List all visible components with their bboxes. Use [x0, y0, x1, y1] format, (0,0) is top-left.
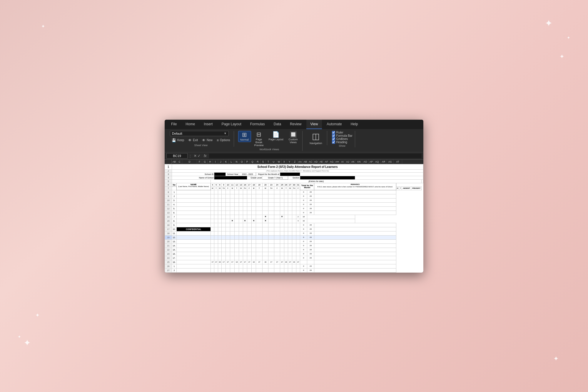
- col-w: W: [276, 160, 282, 164]
- col-ab: AB: [172, 160, 177, 164]
- sparkle-bottom-right: ✦: [553, 355, 559, 363]
- col-aj: AJ: [345, 160, 350, 164]
- col-an: AN: [356, 160, 362, 164]
- gridlines-checkbox[interactable]: [332, 137, 335, 141]
- data-row-16: 16 9. 0 20: [165, 223, 423, 227]
- tab-automate[interactable]: Automate: [323, 120, 346, 129]
- data-row-8: 8 1 0 20: [165, 190, 423, 194]
- school-id-label: School ID: [172, 172, 214, 176]
- headings-checkbox[interactable]: [332, 141, 335, 144]
- normal-view-button[interactable]: ⊞ Normal: [238, 131, 251, 142]
- data-row-20: 20 13. 0 20: [165, 239, 423, 243]
- tab-view[interactable]: View: [306, 120, 322, 129]
- section-value: [300, 176, 355, 179]
- normal-view-icon: ⊞: [242, 132, 247, 138]
- formula-bar-checkbox[interactable]: [332, 134, 335, 137]
- name-box[interactable]: BC19: [166, 153, 188, 159]
- col-k: K: [223, 160, 229, 164]
- x-mark-15-1: ✕: [230, 219, 235, 223]
- col-o: O: [239, 160, 245, 164]
- column-letters: AB C D F G H I J K L N O P Q R S T U W X…: [172, 160, 423, 164]
- ruler-checkbox[interactable]: [332, 131, 335, 134]
- page-break-preview-button[interactable]: ⊟ Page Break Preview: [252, 131, 266, 147]
- tab-page-layout[interactable]: Page Layout: [217, 120, 245, 129]
- tab-review[interactable]: Review: [286, 120, 305, 129]
- col-ad: AD: [313, 160, 319, 164]
- row-num-4: 4: [165, 176, 172, 179]
- col-y: Y: [287, 160, 292, 164]
- no-header: No: [172, 183, 177, 186]
- formula-separator: :: [189, 154, 192, 158]
- x-mark-15-3: ✕: [251, 219, 256, 223]
- navigation-button[interactable]: ◫ Navigation: [307, 131, 325, 145]
- report-month-label: Report for the Month of: [256, 172, 280, 176]
- options-icon: ≡: [217, 138, 219, 142]
- col-d: D: [182, 160, 197, 164]
- sparkle-bottom-left-3: ✦: [18, 334, 21, 339]
- tab-help[interactable]: Help: [347, 120, 362, 129]
- sparkle-top-right: ✦: [545, 18, 553, 29]
- dropdown-arrow-icon: ▼: [224, 132, 227, 135]
- empty-5a: [172, 179, 211, 183]
- exit-button[interactable]: 👁 Exit: [186, 137, 200, 143]
- headings-checkbox-item: Heading: [332, 141, 353, 144]
- col-ar: AR: [380, 160, 387, 164]
- tab-formulas[interactable]: Formulas: [246, 120, 269, 129]
- col-j: J: [218, 160, 223, 164]
- workbook-views-buttons: ⊞ Normal ⊟ Page Break Preview 📄 Page Lay…: [238, 131, 301, 147]
- sparkle-bottom-left-2: ✦: [35, 312, 40, 318]
- formula-bar-checkbox-item: Formula Bar: [332, 134, 353, 137]
- col-aq: AQ: [374, 160, 380, 164]
- custom-views-button[interactable]: 🔲 Custom Views: [286, 131, 300, 144]
- x-mark-15-4: ✕: [263, 219, 268, 223]
- data-row-24: 24 17. 0 20: [165, 256, 423, 260]
- remarks-header: REMARKS If ALS, state reason, please ref…: [314, 183, 396, 190]
- col-h: H: [208, 160, 213, 164]
- col-ao: AO: [362, 160, 369, 164]
- info-row-3: 3 School ID School Year 2022 - 2023 Repo…: [165, 172, 423, 176]
- school-id-value: [214, 172, 226, 176]
- tab-file[interactable]: File: [167, 120, 181, 129]
- col-n: N: [234, 160, 239, 164]
- col-as: AS: [387, 160, 393, 164]
- grade-level-label: Grade Level: [247, 176, 263, 179]
- options-button[interactable]: ≡ Options: [215, 137, 232, 143]
- spreadsheet-table: 1 School Form 2 (SF2) Daily Attendance R…: [165, 164, 423, 273]
- ribbon-tabs: File Home Insert Page Layout Formulas Da…: [165, 120, 423, 129]
- data-row-26: 26 1 0 20: [165, 264, 423, 268]
- data-row-15: 15 8. ✕ ✕ ✕ ✕ 4 16: [165, 219, 423, 223]
- new-button[interactable]: 👁 New: [200, 137, 214, 143]
- data-row-23: 23 16. 0 20: [165, 252, 423, 256]
- formula-input[interactable]: [209, 154, 422, 158]
- header-row-6: 6 No NAME (Last Name, First Name, Middle…: [165, 183, 423, 186]
- absent-sub-header: ABSENT: [402, 186, 411, 190]
- show-group-label: Show: [332, 144, 353, 147]
- data-row-12: 12 5. 0 20: [165, 206, 423, 211]
- page-layout-button[interactable]: 📄 Page Layout: [267, 131, 285, 141]
- keep-button[interactable]: 💾 Keep: [170, 137, 186, 143]
- custom-views-icon: 🔲: [290, 131, 297, 137]
- data-row-18: 18 11. 0 20: [165, 231, 423, 235]
- col-ap: AP: [369, 160, 374, 164]
- name-header: NAME (Last Name, First Name, Middle Name…: [176, 183, 211, 190]
- data-row-11: 11 4. 0 20: [165, 202, 423, 206]
- tab-home[interactable]: Home: [181, 120, 199, 129]
- col-ac: AC: [308, 160, 313, 164]
- col-x: X: [282, 160, 287, 164]
- row-num-1: 1: [165, 164, 172, 169]
- tab-data[interactable]: Data: [270, 120, 285, 129]
- col-l: L: [229, 160, 234, 164]
- col-g: G: [202, 160, 208, 164]
- title-cell: School Form 2 (SF2) Daily Attendance Rep…: [172, 164, 423, 169]
- data-row-22: 22 15. 0 20: [165, 248, 423, 252]
- subtitle-row: 2 (This replaces Form 1, Form 2 & SF2 Fo…: [165, 169, 423, 172]
- x-mark-14-1: ✕: [263, 215, 268, 219]
- data-row-27: 27 2 0 20: [165, 268, 423, 272]
- sheet-view-buttons: 💾 Keep 👁 Exit 👁 New ≡ Options: [170, 137, 232, 143]
- sheet-view-dropdown[interactable]: Default ▼: [170, 131, 229, 136]
- tab-insert[interactable]: Insert: [200, 120, 217, 129]
- sparkle-top-left: ✦: [41, 24, 45, 29]
- exit-icon: 👁: [188, 138, 192, 142]
- row-num-6: 6: [165, 183, 172, 186]
- empty-3: [300, 172, 423, 176]
